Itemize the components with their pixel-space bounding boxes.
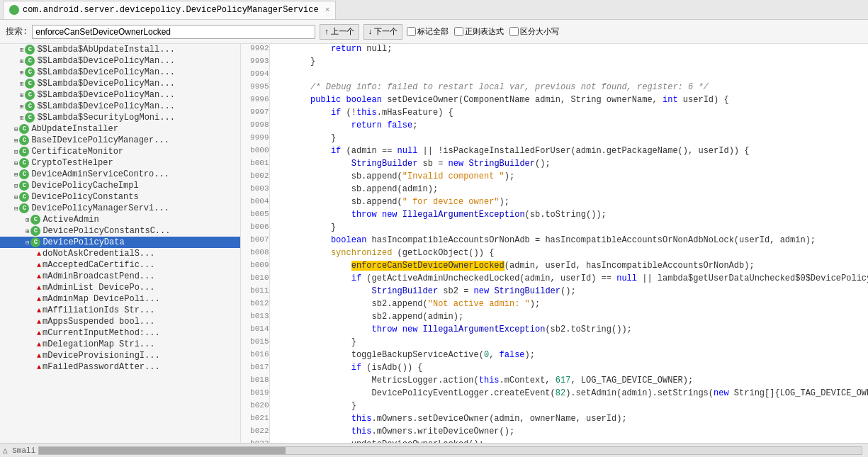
sidebar-item-lambda2[interactable]: ⊞ C $$Lambda$DevicePolicyMan... <box>0 55 240 67</box>
prev-button[interactable]: ↑ 上一个 <box>320 24 359 40</box>
sidebar-item-lambda6[interactable]: ⊞ C $$Lambda$DevicePolicyMan... <box>0 101 240 112</box>
expand-icon: ⊞ <box>14 171 18 179</box>
field-triangle-icon: ▲ <box>37 250 41 258</box>
sidebar-item-lambda5[interactable]: ⊞ C $$Lambda$DevicePolicyMan... <box>0 89 240 101</box>
line-number: 9995 <box>241 82 269 95</box>
regex-option[interactable]: 正则表达式 <box>454 26 504 37</box>
code-table: 9992 return null; 9993 } 9994 9995 /* De… <box>241 44 868 443</box>
line-number: 9999 <box>241 133 269 146</box>
sidebar[interactable]: ⊞ C $$Lambda$AbUpdateInstall... ⊞ C $$La… <box>0 44 241 443</box>
line-content <box>269 69 868 82</box>
line-number: b022 <box>241 427 269 439</box>
code-editor[interactable]: 9992 return null; 9993 } 9994 9995 /* De… <box>241 44 868 443</box>
case-option[interactable]: 区分大小写 <box>509 26 559 37</box>
code-line-b013: b013 sb2.append(admin); <box>241 312 868 325</box>
class-icon: C <box>19 169 29 179</box>
sidebar-item-field-donotask[interactable]: ▲ doNotAskCredentialS... <box>0 248 240 259</box>
class-icon: C <box>25 56 35 66</box>
expand-icon: ⊞ <box>26 216 29 224</box>
sidebar-item-cryptohelper[interactable]: ⊞ C CryptoTestHelper <box>0 157 240 169</box>
sidebar-item-base[interactable]: ⊞ C BaseIDevicePolicyManager... <box>0 135 240 146</box>
line-number: b000 <box>241 146 269 159</box>
sidebar-item-field-failedpassword[interactable]: ▲ mFailedPasswordAtter... <box>0 361 240 373</box>
code-line-b016: b016 toggleBackupServiceActive(0, false)… <box>241 350 868 363</box>
sidebar-item-devicepolicydata[interactable]: ⊟ C DevicePolicyData <box>0 237 240 248</box>
line-number: 9993 <box>241 57 269 69</box>
expand-icon: ⊞ <box>20 91 23 99</box>
sidebar-item-devicepolicyconstantsc[interactable]: ⊞ C DevicePolicyConstantsC... <box>0 225 240 237</box>
tab-bar: com.android.server.devicepolicy.DevicePo… <box>0 0 868 20</box>
sidebar-item-field-cacert[interactable]: ▲ mAcceptedCaCertific... <box>0 259 240 271</box>
sidebar-item-field-currentinputmethod[interactable]: ▲ mCurrentInputMethod:... <box>0 327 240 339</box>
tab-file-icon <box>9 5 19 15</box>
regex-checkbox[interactable] <box>454 27 463 36</box>
sidebar-item-field-delegationmap[interactable]: ▲ mDelegationMap Stri... <box>0 339 240 350</box>
code-line-b009: b009 enforceCanSetDeviceOwnerLocked(admi… <box>241 261 868 273</box>
code-line-9996: 9996 public boolean setDeviceOwner(Compo… <box>241 95 868 108</box>
line-number: b018 <box>241 376 269 388</box>
sidebar-item-field-adminlist[interactable]: ▲ mAdminList DevicePo... <box>0 282 240 293</box>
expand-icon: ⊞ <box>20 57 23 65</box>
line-content: return false; <box>269 120 868 133</box>
editor-tab[interactable]: com.android.server.devicepolicy.DevicePo… <box>3 1 336 19</box>
expand-icon: ⊞ <box>14 148 18 156</box>
class-icon: C <box>19 203 29 213</box>
sidebar-item-deviceadmin[interactable]: ⊞ C DeviceAdminServiceContro... <box>0 169 240 180</box>
mark-all-option[interactable]: 标记全部 <box>407 26 449 37</box>
sidebar-item-lambda4[interactable]: ⊞ C $$Lambda$DevicePolicyMan... <box>0 78 240 89</box>
sidebar-item-lambda7[interactable]: ⊞ C $$Lambda$SecurityLogMoni... <box>0 112 240 123</box>
sidebar-item-abupdateinstaller[interactable]: ⊞ C AbUpdateInstaller <box>0 123 240 135</box>
sidebar-item-devicepolicyconstants[interactable]: ⊞ C DevicePolicyConstants <box>0 191 240 203</box>
sidebar-item-devicepolicymanager[interactable]: ⊟ C DevicePolicyManagerServi... <box>0 203 240 214</box>
sidebar-item-lambda3[interactable]: ⊞ C $$Lambda$DevicePolicyMan... <box>0 67 240 78</box>
expand-icon: ⊞ <box>20 103 23 111</box>
horizontal-scrollbar[interactable] <box>38 446 862 455</box>
code-line-b007: b007 boolean hasIncompatibleAccountsOrNo… <box>241 235 868 248</box>
line-content: updateDeviceOwnerLocked(); <box>269 439 868 443</box>
sidebar-item-field-deviceprovisioning[interactable]: ▲ mDeviceProvisioningI... <box>0 350 240 361</box>
code-line-b001: b001 StringBuilder sb = new StringBuilde… <box>241 159 868 171</box>
line-content: } <box>269 57 868 69</box>
code-line-b008: b008 synchronized (getLockObject()) { <box>241 248 868 261</box>
code-line-9997: 9997 if (!this.mHasFeature) { <box>241 108 868 120</box>
search-input[interactable] <box>32 25 315 39</box>
class-icon: C <box>25 45 35 55</box>
line-number: b013 <box>241 312 269 325</box>
class-icon: C <box>19 192 29 202</box>
line-content: } <box>269 337 868 350</box>
line-number: b009 <box>241 261 269 273</box>
sidebar-item-certmonitor[interactable]: ⊞ C CertificateMonitor <box>0 146 240 157</box>
code-line-b018: b018 MetricsLogger.action(this.mContext,… <box>241 376 868 388</box>
line-content: throw new IllegalArgumentException(sb2.t… <box>269 325 868 337</box>
mark-all-checkbox[interactable] <box>407 27 416 36</box>
line-content: synchronized (getLockObject()) { <box>269 248 868 261</box>
code-line-b021: b021 this.mOwners.setDeviceOwner(admin, … <box>241 414 868 427</box>
case-checkbox[interactable] <box>509 27 519 36</box>
next-button[interactable]: ↓ 下一个 <box>363 24 403 40</box>
expand-icon: ⊞ <box>14 182 18 190</box>
line-number: b004 <box>241 197 269 210</box>
line-number: b006 <box>241 222 269 235</box>
class-icon: C <box>25 79 35 89</box>
class-icon: C <box>19 135 29 145</box>
sidebar-item-field-appssuspended[interactable]: ▲ mAppsSuspended bool... <box>0 316 240 327</box>
field-triangle-icon: ▲ <box>37 341 41 349</box>
sidebar-item-field-adminmap[interactable]: ▲ mAdminMap DevicePoli... <box>0 293 240 305</box>
field-triangle-icon: ▲ <box>37 318 41 326</box>
expand-icon: ⊞ <box>14 159 18 167</box>
code-line-b004: b004 sb.append(" for device owner"); <box>241 197 868 210</box>
sidebar-item-devicepolicycache[interactable]: ⊞ C DevicePolicyCacheImpl <box>0 180 240 191</box>
sidebar-item-field-affiliationids[interactable]: ▲ mAffiliationIds Str... <box>0 305 240 316</box>
tab-close-button[interactable]: × <box>325 6 330 14</box>
line-number: 9998 <box>241 120 269 133</box>
sidebar-item-lambda1[interactable]: ⊞ C $$Lambda$AbUpdateInstall... <box>0 44 240 55</box>
code-line-b014: b014 throw new IllegalArgumentException(… <box>241 325 868 337</box>
sidebar-item-field-adminbroadcast[interactable]: ▲ mAdminBroadcastPend... <box>0 271 240 282</box>
scrollbar-thumb[interactable] <box>39 447 286 454</box>
sidebar-item-activeadmin[interactable]: ⊞ C ActiveAdmin <box>0 214 240 225</box>
line-number: b010 <box>241 273 269 286</box>
search-options: 标记全部 正则表达式 区分大小写 <box>407 26 559 37</box>
line-content: /* Debug info: failed to restart local v… <box>269 82 868 95</box>
line-content: throw new IllegalArgumentException(sb.to… <box>269 210 868 222</box>
field-triangle-icon: ▲ <box>37 307 41 315</box>
